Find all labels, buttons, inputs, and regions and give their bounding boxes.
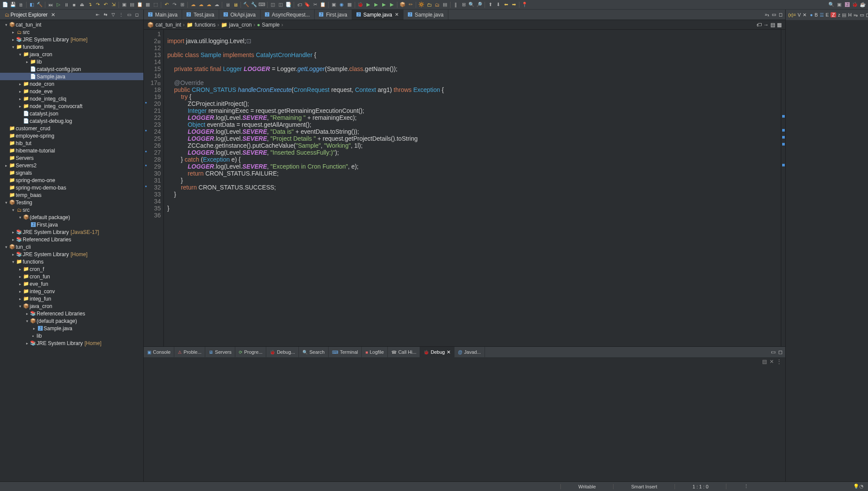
code-editor[interactable]: ●●●●● 12⊞121314151617⊟181920212223242526…	[144, 30, 785, 346]
run-icon[interactable]: ▶	[365, 1, 372, 8]
tb-d-icon[interactable]: ▦	[144, 1, 151, 8]
disconnect-icon[interactable]: ⏏	[78, 1, 85, 8]
tb-m-icon[interactable]: ✂	[312, 1, 319, 8]
tree-item[interactable]: ▸📁Servers2	[0, 162, 143, 169]
step-into-icon[interactable]: ↴	[86, 1, 93, 8]
tree-item[interactable]: ▸📚JRE System Library[Home]	[0, 339, 143, 347]
tree-item[interactable]: 📄catalyst.json	[0, 110, 143, 117]
tree-item[interactable]: ▸📚Referenced Libraries	[0, 236, 143, 243]
tree-item[interactable]: ▸📚JRE System Library[JavaSE-17]	[0, 228, 143, 236]
tree-item[interactable]: 📄catalyst-config.json	[0, 65, 143, 73]
tb-p-icon[interactable]: ◉	[338, 1, 345, 8]
bp-min-icon[interactable]: ▭	[771, 349, 776, 355]
breadcrumb-item[interactable]: 📦cat_tun_int	[147, 22, 181, 28]
breadcrumb-item[interactable]: 📁java_cron	[221, 22, 252, 28]
tree-item[interactable]: ▸🅹Sample.java	[0, 325, 143, 332]
bp-tree-icon[interactable]: ▤	[762, 359, 767, 365]
bottom-tab[interactable]: 🐞Debug...	[266, 347, 299, 357]
rp-h-icon[interactable]: ▤	[842, 12, 846, 18]
tree-item[interactable]: ▸📁eve_fun	[0, 280, 143, 288]
tab-min-icon[interactable]: ▭	[772, 12, 776, 17]
btab-close-icon[interactable]: ✕	[447, 349, 451, 355]
editor-tab[interactable]: 🅹Sample.java	[403, 10, 448, 20]
tree-item[interactable]: ▸📁node_cron	[0, 80, 143, 88]
tb-a-icon[interactable]: ▣	[121, 1, 128, 8]
editor-tab[interactable]: 🅹AsyncRequest...	[261, 10, 315, 20]
tb-z-icon[interactable]: 🔍	[468, 1, 475, 8]
maximize-icon[interactable]: ◻	[134, 12, 140, 18]
tree-item[interactable]: 📄Sample.java	[0, 73, 143, 80]
bc-icon4[interactable]: ▦	[777, 22, 782, 28]
editor-tab[interactable]: 🅹Main.java	[144, 10, 182, 20]
bp-remove-icon[interactable]: ✕	[770, 359, 774, 365]
link-editor-icon[interactable]: ⇆	[102, 12, 108, 18]
view-menu-icon[interactable]: ⋮	[118, 12, 124, 18]
tab-max-icon[interactable]: ◻	[779, 12, 783, 17]
bc-icon2[interactable]: →	[763, 22, 769, 28]
rp-overflow[interactable]: »₃	[853, 12, 858, 18]
tree-item[interactable]: 📁Servers	[0, 154, 143, 162]
tb-j-icon[interactable]: 📑	[285, 1, 292, 8]
tree-item[interactable]: ▾📦cat_tun_int	[0, 21, 143, 28]
status-cu-icon[interactable]: ◔	[859, 484, 864, 489]
debug-view-body[interactable]	[144, 366, 785, 481]
rp-max-icon[interactable]: ◻	[866, 12, 868, 18]
bottom-tab[interactable]: 🔍Search	[299, 347, 329, 357]
tree-item[interactable]: 🅹First.java	[0, 221, 143, 228]
sidebar-close-icon[interactable]: ✕	[51, 12, 55, 18]
fwd-icon[interactable]: ➡	[510, 1, 517, 8]
tb-aa-icon[interactable]: 🔎	[476, 1, 483, 8]
persp-debug-icon[interactable]: 🐞	[851, 1, 858, 8]
tree-item[interactable]: ▸📁node_integ_cliq	[0, 95, 143, 102]
bottom-tab[interactable]: 🖥Servers	[205, 347, 235, 357]
tree-item[interactable]: 📄catalyst-debug.log	[0, 117, 143, 125]
tree-item[interactable]: ▾📁java_cron	[0, 51, 143, 58]
tree-item[interactable]: ▸📁node_integ_convocraft	[0, 102, 143, 110]
editor-tab[interactable]: 🅹Sample.java✕	[352, 10, 403, 20]
tb-c-icon[interactable]: 📋	[136, 1, 143, 8]
tb-w-icon[interactable]: ▤	[441, 1, 448, 8]
editor-tab[interactable]: 🅹Test.java	[182, 10, 219, 20]
prev-icon[interactable]: ⬆	[487, 1, 494, 8]
tree-item[interactable]: 📁customer_crud	[0, 125, 143, 132]
debug-icon[interactable]: 🐞	[357, 1, 364, 8]
stop-icon[interactable]: ■	[71, 1, 78, 8]
tb-n-icon[interactable]: 📋	[319, 1, 326, 8]
tree-item[interactable]: ▾📁functions	[0, 43, 143, 51]
pause-icon[interactable]: ⏸	[63, 1, 70, 8]
tree-item[interactable]: ▸📁lib	[0, 58, 143, 65]
search-icon[interactable]: 🔍	[828, 1, 835, 8]
bottom-tab[interactable]: ▣Console	[144, 347, 174, 357]
build-icon[interactable]: 🔨	[36, 1, 43, 8]
tree-item[interactable]: 📁signals	[0, 169, 143, 176]
back-icon[interactable]: ⬅	[502, 1, 509, 8]
new-icon[interactable]: 📄	[2, 1, 9, 8]
bottom-tab[interactable]: ■Logfile	[362, 347, 387, 357]
tree-item[interactable]: 📁temp_baas	[0, 191, 143, 199]
tree-item[interactable]: ▸📁integ_conv	[0, 288, 143, 295]
tree-item[interactable]: ▸📚Referenced Libraries	[0, 310, 143, 317]
tree-item[interactable]: ▸📚JRE System Library[Home]	[0, 36, 143, 43]
cloud4-icon[interactable]: ☁	[213, 1, 220, 8]
rp-min-icon[interactable]: ▭	[860, 12, 864, 18]
tb-u-icon[interactable]: 🗀	[426, 1, 433, 8]
breadcrumb-item[interactable]: 📁functions	[186, 22, 216, 28]
tb-v-icon[interactable]: 🗂	[434, 1, 441, 8]
tree-item[interactable]: ▾📦Testing	[0, 199, 143, 206]
bottom-tab[interactable]: ⌨Terminal	[329, 347, 362, 357]
cloud2-icon[interactable]: ☁	[197, 1, 204, 8]
tree-item[interactable]: ▸📁integ_fun	[0, 295, 143, 302]
persp-ee-icon[interactable]: ☕	[859, 1, 866, 8]
code-area[interactable]: import java.util.logging.Level;⊡public c…	[164, 30, 781, 346]
status-tip-icon[interactable]: 💡	[853, 484, 859, 489]
overview-ruler[interactable]	[781, 30, 785, 346]
bc-icon1[interactable]: 🏷	[756, 22, 762, 28]
server-icon[interactable]: 🖥	[224, 1, 231, 8]
tb-g-icon[interactable]: 🔧	[251, 1, 258, 8]
tree-item[interactable]: 📁spring-mvc-demo-bas	[0, 184, 143, 191]
ext-tools-icon[interactable]: ▶	[388, 1, 395, 8]
tb-q-icon[interactable]: ▦	[346, 1, 353, 8]
marker-ruler[interactable]: ●●●●●	[144, 30, 148, 346]
bottom-tab[interactable]: ☎Call Hi...	[388, 347, 420, 357]
skip-icon[interactable]: ⏭	[47, 1, 54, 8]
